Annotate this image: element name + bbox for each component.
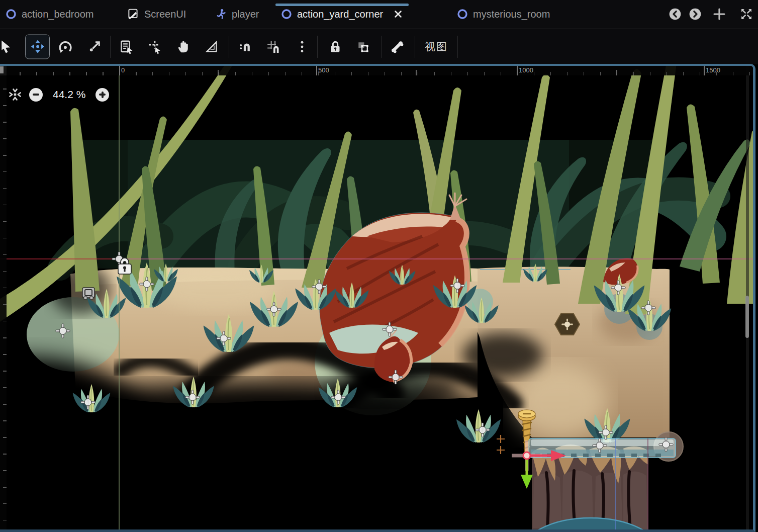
history-prev-button[interactable] (668, 7, 683, 22)
ruler-mid-tick (218, 70, 219, 75)
pan-tool-button[interactable] (174, 38, 193, 56)
group-selected-button[interactable] (354, 38, 372, 56)
plus-icon (712, 7, 727, 22)
magnet-icon (238, 39, 253, 54)
scene-canvas[interactable] (0, 66, 753, 529)
circle-arrow-right-icon (689, 8, 702, 21)
zoom-controls: 44.2 % (8, 86, 109, 103)
skeleton-options-button[interactable] (388, 38, 406, 56)
hand-icon (176, 39, 191, 54)
rotate-tool-button[interactable] (56, 38, 74, 56)
ruler-major-tick (119, 66, 120, 75)
ruler-label: 0 (121, 66, 125, 74)
tab-label: mysterious_room (473, 9, 550, 20)
character-runner-icon (215, 8, 227, 20)
add-scene-button[interactable] (712, 7, 727, 22)
tab-label: ScreenUI (144, 9, 186, 20)
smart-snap-button[interactable] (236, 38, 254, 56)
tab-action-bedroom[interactable]: action_bedroom (0, 0, 99, 28)
ruler-label: 1000 (519, 66, 533, 74)
select-tool-button[interactable] (0, 38, 15, 56)
tab-player[interactable]: player (210, 0, 264, 28)
rotate-icon (58, 39, 73, 54)
canvas-toolbar: 视图 (0, 28, 758, 64)
list-select-tool-button[interactable] (118, 38, 136, 56)
zoom-out-button[interactable] (29, 88, 43, 102)
ellipsis-vertical-icon (295, 40, 309, 54)
2d-viewport: 0 500 1000 1500 44.2 % (0, 64, 755, 532)
toolbar-separator (382, 36, 382, 58)
expand-viewport-button[interactable] (739, 7, 754, 22)
toolbar-separator (229, 36, 229, 58)
tab-label: player (232, 9, 259, 20)
circle-arrow-left-icon (669, 8, 682, 21)
toolbar-separator (415, 36, 415, 58)
tab-screenui[interactable]: ScreenUI (122, 0, 191, 28)
hexagon-node-marker[interactable] (555, 314, 580, 335)
scale-icon (87, 39, 102, 54)
snap-options-button[interactable] (293, 38, 311, 56)
ruler-major-tick (316, 66, 317, 75)
view-menu-button[interactable]: 视图 (418, 37, 454, 57)
history-next-button[interactable] (688, 7, 703, 22)
pivot-cross-icon (147, 39, 162, 54)
ruler-mid-tick (616, 70, 617, 75)
move-tool-button[interactable] (25, 34, 50, 59)
ruler-corner (0, 66, 7, 75)
node2d-circle-icon (280, 8, 293, 20)
toolbar-separator (317, 36, 318, 58)
godot-2d-editor: { "tabs": { "items": [ {"label":"action_… (0, 0, 758, 532)
expand-arrows-icon (739, 7, 753, 21)
toolbar-separator (457, 36, 458, 58)
tab-action-yard-corner[interactable]: action_yard_corner (275, 0, 409, 28)
bone-icon (390, 39, 405, 54)
group-squares-icon (355, 39, 370, 54)
gui-pencil-icon (127, 8, 140, 21)
node2d-circle-icon (456, 8, 468, 20)
ruler-major-tick (517, 66, 518, 75)
canvas-area[interactable] (0, 66, 753, 529)
triangle-ruler-icon (204, 39, 219, 54)
grid-snap-button[interactable] (264, 38, 282, 56)
horizontal-ruler[interactable]: 0 500 1000 1500 (7, 66, 753, 75)
view-menu-label: 视图 (425, 40, 448, 54)
lock-icon (328, 39, 343, 54)
tab-label: action_bedroom (22, 9, 93, 20)
ruler-mid-tick (416, 70, 417, 75)
editor-node-icon[interactable] (82, 288, 94, 299)
vertical-ruler[interactable] (0, 66, 7, 529)
lock-selected-button[interactable] (326, 38, 344, 56)
center-view-icon[interactable] (8, 87, 22, 102)
ruler-major-tick (704, 66, 705, 75)
ruler-tool-button[interactable] (203, 38, 221, 56)
node2d-circle-icon (5, 8, 17, 20)
tab-label: action_yard_corner (297, 9, 383, 20)
cursor-arrow-icon (0, 39, 14, 54)
tab-mysterious-room[interactable]: mysterious_room (451, 0, 555, 28)
list-cursor-icon (119, 39, 134, 54)
toolbar-separator (110, 36, 111, 58)
tab-bar-actions (668, 0, 754, 28)
move-pivot-tool-button[interactable] (146, 38, 164, 56)
scene-tab-bar: action_bedroom ScreenUI player action_ya… (0, 0, 758, 28)
zoom-in-button[interactable] (96, 88, 109, 102)
grid-magnet-icon (266, 39, 281, 54)
close-tab-icon[interactable] (393, 9, 404, 20)
zoom-level: 44.2 % (53, 88, 85, 101)
move-arrows-icon (30, 39, 45, 54)
vertical-scrollbar[interactable] (745, 66, 749, 529)
scale-tool-button[interactable] (85, 38, 104, 56)
ruler-label: 500 (318, 66, 329, 74)
ruler-label: 1500 (706, 66, 720, 74)
